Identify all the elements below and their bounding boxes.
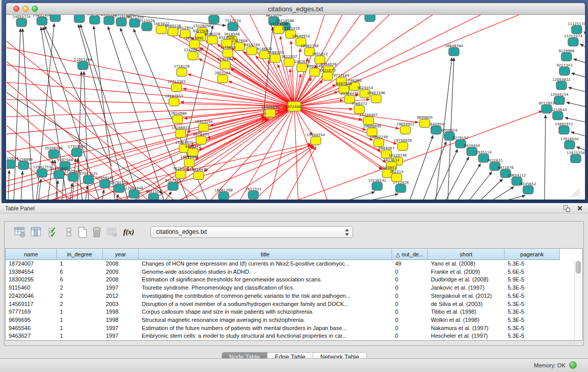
table-row[interactable]: 2242004622012Investigating the contribut… xyxy=(6,292,574,300)
network-edge[interactable] xyxy=(572,73,585,78)
delete-column-icon[interactable] xyxy=(91,226,103,238)
table-row[interactable]: 969969511998Structural magnetic resonanc… xyxy=(6,316,574,324)
network-node[interactable] xyxy=(171,83,182,92)
network-node[interactable] xyxy=(116,18,126,26)
resize-grip-icon[interactable] xyxy=(578,195,580,197)
network-node[interactable] xyxy=(559,126,569,134)
network-node[interactable] xyxy=(100,180,110,188)
network-node[interactable] xyxy=(114,184,124,192)
network-node[interactable] xyxy=(248,191,258,199)
network-node[interactable] xyxy=(311,137,321,145)
network-node[interactable] xyxy=(188,52,198,60)
network-edge[interactable] xyxy=(293,111,542,200)
column-header-pagerank[interactable]: pagerank xyxy=(505,249,560,260)
network-node[interactable] xyxy=(184,159,194,167)
network-edge[interactable] xyxy=(294,15,534,106)
network-edge[interactable] xyxy=(23,29,33,200)
network-edge[interactable] xyxy=(434,149,458,200)
network-edge[interactable] xyxy=(545,115,546,200)
column-header-in_degree[interactable]: in_degree xyxy=(57,249,103,260)
network-edge[interactable] xyxy=(210,106,294,126)
network-node[interactable] xyxy=(172,115,183,123)
network-node[interactable] xyxy=(265,109,275,117)
column-header-title[interactable]: title xyxy=(139,249,392,260)
network-edge[interactable] xyxy=(567,102,585,107)
network-edge[interactable] xyxy=(409,136,433,200)
column-checklist-icon[interactable] xyxy=(48,226,60,238)
network-canvas[interactable]: 2405572420691406189573161065328715276026… xyxy=(7,15,585,200)
network-node[interactable] xyxy=(391,173,402,182)
network-edge[interactable] xyxy=(286,147,316,200)
network-node[interactable] xyxy=(559,67,570,75)
network-node[interactable] xyxy=(177,68,187,76)
network-node[interactable] xyxy=(68,173,78,181)
network-node[interactable] xyxy=(571,155,581,163)
column-header-short[interactable]: short xyxy=(428,249,505,260)
network-node[interactable] xyxy=(168,182,178,190)
network-node[interactable] xyxy=(176,170,186,179)
network-node[interactable] xyxy=(129,190,139,198)
network-edge[interactable] xyxy=(294,106,329,200)
column-header-out_de[interactable]: △ out_de... xyxy=(392,249,428,260)
network-edge[interactable] xyxy=(457,164,481,200)
network-edge[interactable] xyxy=(468,172,492,200)
network-edge[interactable] xyxy=(479,179,503,200)
network-node[interactable] xyxy=(37,169,47,177)
network-window-titlebar[interactable]: citations_edges.txt xyxy=(6,3,585,15)
network-node[interactable] xyxy=(196,136,206,144)
network-node[interactable] xyxy=(523,186,533,194)
network-node[interactable] xyxy=(420,119,430,127)
network-edge[interactable] xyxy=(8,170,9,200)
network-node[interactable] xyxy=(553,112,563,120)
network-node[interactable] xyxy=(556,81,567,90)
network-node[interactable] xyxy=(541,105,552,113)
network-node[interactable] xyxy=(193,171,204,180)
network-node[interactable] xyxy=(322,72,333,80)
network-node[interactable] xyxy=(223,49,233,57)
table-row[interactable]: 1938455462009Genome-wide association stu… xyxy=(6,268,574,276)
show-columns-icon[interactable] xyxy=(30,226,42,238)
network-edge[interactable] xyxy=(14,29,20,200)
memory-ok-icon[interactable] xyxy=(569,361,577,369)
close-panel-icon[interactable]: ✕ xyxy=(577,204,583,212)
network-node[interactable] xyxy=(400,126,410,134)
function-builder-icon[interactable]: f(x) xyxy=(123,226,136,238)
network-node[interactable] xyxy=(16,18,27,27)
network-node[interactable] xyxy=(54,170,64,179)
network-node[interactable] xyxy=(207,36,217,44)
network-node[interactable] xyxy=(90,16,100,24)
vertical-scrollbar[interactable] xyxy=(574,260,582,340)
network-node[interactable] xyxy=(49,150,59,158)
table-row[interactable]: 977716911998Corpus callosum shape and si… xyxy=(6,308,574,316)
network-edge[interactable] xyxy=(48,118,266,200)
network-edge[interactable] xyxy=(344,192,375,200)
network-node[interactable] xyxy=(234,42,245,51)
network-edge[interactable] xyxy=(574,59,585,64)
network-node[interactable] xyxy=(354,105,364,114)
network-node[interactable] xyxy=(37,17,47,25)
network-edge[interactable] xyxy=(571,132,585,137)
network-node[interactable] xyxy=(310,68,320,76)
network-node[interactable] xyxy=(209,15,219,24)
network-edge[interactable] xyxy=(231,69,294,106)
network-node[interactable] xyxy=(217,75,228,83)
network-node[interactable] xyxy=(176,129,186,138)
network-node[interactable] xyxy=(78,61,88,70)
network-node[interactable] xyxy=(564,141,575,149)
table-row[interactable]: 911546021997Tourette syndrome. Phenomeno… xyxy=(6,284,574,292)
network-edge[interactable] xyxy=(7,33,201,200)
network-node[interactable] xyxy=(561,53,572,61)
network-node[interactable] xyxy=(374,139,384,147)
network-node[interactable] xyxy=(363,117,374,125)
network-node[interactable] xyxy=(189,40,200,48)
network-node[interactable] xyxy=(72,148,82,157)
network-node[interactable] xyxy=(372,182,382,190)
splitter-collapse-icon[interactable]: ◂ xyxy=(0,165,4,172)
network-node[interactable] xyxy=(18,161,29,169)
table-row[interactable]: 946362711997Embryonic stem cells: a mode… xyxy=(6,332,574,340)
network-node[interactable] xyxy=(142,23,152,31)
table-row[interactable]: 1456911722003Disruption of a novel membe… xyxy=(6,300,574,309)
network-node[interactable] xyxy=(449,48,459,56)
network-node[interactable] xyxy=(365,15,375,21)
network-node[interactable] xyxy=(398,142,408,150)
